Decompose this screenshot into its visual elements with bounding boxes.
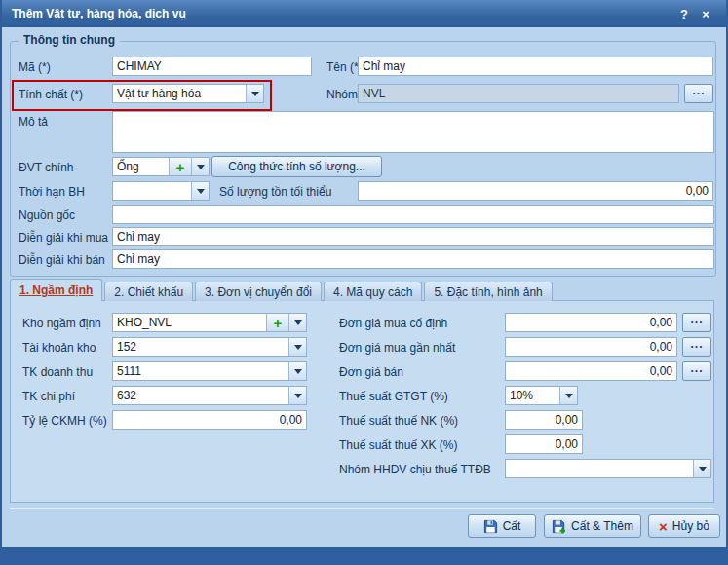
thue-xk-label: Thuế suất thuế XK (%) [339,438,457,452]
gia-ban-browse-button[interactable]: ... [682,361,711,381]
ty-le-ckmh-input[interactable] [112,410,307,430]
tinh-chat-combobox[interactable]: Vật tư hàng hóa [112,84,264,103]
tinh-chat-value: Vật tư hàng hóa [113,85,246,102]
save-button-label: Cất [503,519,521,533]
general-info-group: Thông tin chung Mã (*) Tên (*) Tính chất… [10,41,716,277]
dvt-chinh-label: ĐVT chính [19,161,73,174]
thue-xk-input[interactable] [505,434,583,454]
ma-input[interactable] [112,56,312,76]
tinh-chat-dropdown-button[interactable] [246,85,263,102]
save-icon [483,519,498,534]
tab-dac-tinh-hinh-anh[interactable]: 5. Đặc tính, hình ảnh [424,282,552,301]
save-and-add-button[interactable]: Cất & Thêm [544,514,641,538]
nhom-ttdb-value [506,460,693,477]
so-luong-ton-input[interactable] [358,181,713,201]
help-icon[interactable]: ? [673,7,695,21]
tk-doanh-thu-label: TK doanh thu [22,365,93,379]
chevron-down-icon [197,165,205,170]
chevron-down-icon [251,92,259,96]
thue-nk-input[interactable] [505,410,583,430]
tk-chi-phi-dropdown-button[interactable] [288,387,306,404]
dvt-add-button[interactable]: + [169,158,191,175]
cancel-x-icon: × [659,519,668,534]
ma-label: Mã (*) [19,60,51,74]
close-icon[interactable]: × [695,7,716,21]
gia-mua-co-dinh-label: Đơn giá mua cố định [339,317,447,330]
cong-thuc-button-label: Công thức tính số lượng... [228,160,365,173]
tk-chi-phi-label: TK chi phí [22,390,75,403]
kho-dropdown-button[interactable] [288,314,306,331]
nhom-ttdb-label: Nhóm HHDV chịu thuế TTĐB [339,463,491,476]
nhom-vthh-input [358,84,679,103]
chevron-down-icon [565,394,573,398]
mo-ta-label: Mô tả [19,115,48,129]
nhom-ttdb-dropdown-button[interactable] [693,460,710,477]
gia-mua-gan-nhat-label: Đơn giá mua gần nhất [339,341,455,355]
dien-giai-mua-input[interactable] [112,227,714,246]
cancel-button[interactable]: × Hủy bỏ [648,514,720,538]
gia-ban-label: Đơn giá bán [339,365,403,379]
thoi-han-bh-dropdown-button[interactable] [191,182,209,200]
save-and-add-button-label: Cất & Thêm [571,519,633,533]
kho-ngam-dinh-label: Kho ngầm định [22,317,101,330]
dien-giai-ban-input[interactable] [112,249,714,269]
chevron-down-icon [294,345,302,350]
cancel-button-label: Hủy bỏ [672,519,709,533]
tab-ngam-dinh[interactable]: 1. Ngầm định [10,279,102,301]
save-button[interactable]: Cất [468,514,536,538]
tab-panel-ngam-dinh: Kho ngầm định KHO_NVL + Tài khoản kho 15… [10,300,714,503]
tk-doanh-thu-dropdown-button[interactable] [288,362,306,380]
gia-mua-gan-nhat-browse-button[interactable]: ... [682,337,711,357]
nguon-goc-label: Nguồn gốc [19,208,75,222]
kho-ngam-dinh-value: KHO_NVL [113,314,266,331]
nhom-ttdb-combobox[interactable] [505,459,711,478]
footer-divider [10,508,714,509]
gia-mua-co-dinh-input[interactable] [505,313,677,332]
tai-khoan-kho-combobox[interactable]: 152 [112,337,307,357]
tai-khoan-kho-dropdown-button[interactable] [288,338,306,356]
title-bar[interactable]: Thêm Vật tư, hàng hóa, dịch vụ ? × [2,0,726,27]
gia-mua-co-dinh-browse-button[interactable]: ... [682,313,711,332]
tinh-chat-label: Tính chất (*) [19,88,83,101]
thoi-han-bh-combobox[interactable] [112,181,210,201]
dialog-content: Thông tin chung Mã (*) Tên (*) Tính chất… [2,27,726,547]
cong-thuc-button[interactable]: Công thức tính số lượng... [211,156,382,177]
chevron-down-icon [294,369,302,374]
tab-don-vi-chuyen-doi[interactable]: 3. Đơn vị chuyển đổi [195,282,322,301]
window-title: Thêm Vật tư, hàng hóa, dịch vụ [12,7,673,20]
tk-doanh-thu-combobox[interactable]: 5111 [112,361,307,381]
chevron-down-icon [699,467,707,471]
nguon-goc-input[interactable] [112,205,714,224]
so-luong-ton-label: Số lượng tồn tối thiểu [219,185,331,199]
tk-chi-phi-value: 632 [113,387,288,404]
kho-ngam-dinh-combobox[interactable]: KHO_NVL + [112,313,307,332]
dvt-chinh-combobox[interactable]: Ống + [112,157,210,176]
thue-gtgt-dropdown-button[interactable] [559,387,577,404]
gia-mua-gan-nhat-input[interactable] [505,337,677,357]
dien-giai-mua-label: Diễn giải khi mua [19,231,108,245]
kho-add-button[interactable]: + [266,314,288,331]
tk-chi-phi-combobox[interactable]: 632 [112,386,307,405]
chevron-down-icon [294,394,302,398]
tab-strip: 1. Ngầm định 2. Chiết khấu 3. Đơn vị chu… [10,279,553,301]
tai-khoan-kho-label: Tài khoản kho [22,341,96,355]
thue-gtgt-value: 10% [506,387,559,404]
chevron-down-icon [197,189,205,194]
thue-gtgt-combobox[interactable]: 10% [505,386,578,405]
dien-giai-ban-label: Diễn giải khi bán [19,253,105,267]
dvt-dropdown-button[interactable] [191,158,209,175]
tk-doanh-thu-value: 5111 [113,362,288,380]
tab-ma-quy-cach[interactable]: 4. Mã quy cách [324,282,422,301]
mo-ta-textarea[interactable] [112,111,714,153]
dvt-chinh-value: Ống [113,158,169,175]
add-item-dialog: Thêm Vật tư, hàng hóa, dịch vụ ? × Thông… [0,0,728,565]
nhom-vthh-browse-button[interactable]: ... [684,84,713,103]
thue-nk-label: Thuế suất thuế NK (%) [339,414,458,428]
ten-input[interactable] [358,56,713,76]
tai-khoan-kho-value: 152 [113,338,288,356]
tab-chiet-khau[interactable]: 2. Chiết khấu [104,282,193,301]
plus-icon: + [176,160,185,174]
gia-ban-input[interactable] [505,361,677,381]
thue-gtgt-label: Thuế suất GTGT (%) [339,390,448,403]
thoi-han-bh-label: Thời hạn BH [19,185,85,199]
